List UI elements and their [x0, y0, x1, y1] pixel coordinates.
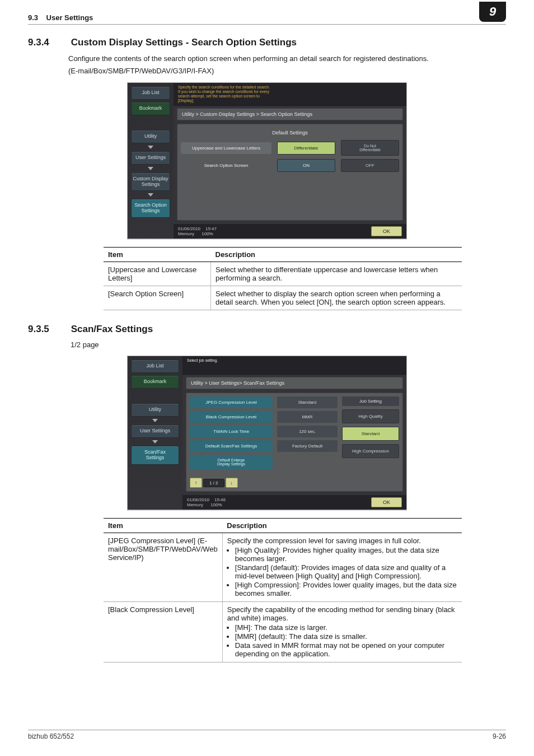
subsection-title: Custom Display Settings - Search Option … — [71, 37, 297, 48]
default-scanfax-value: Factory Default — [277, 440, 338, 452]
footer-date: 01/06/2010 — [178, 226, 200, 231]
custom-display-settings-button[interactable]: Custom Display Settings — [131, 172, 170, 192]
subsection-number: 9.3.4 — [28, 37, 68, 48]
list-item: [MH]: The data size is larger. — [235, 623, 457, 632]
twain-lock-value: 120 sec. — [277, 426, 338, 437]
footer-memory-pct: 100% — [210, 502, 222, 507]
differentiate-button[interactable]: Differentiate — [277, 142, 335, 155]
footer-memory-label: Memory — [187, 502, 203, 507]
joblist-button[interactable]: Job List — [131, 360, 179, 373]
search-option-screen-label: Search Option Screen — [181, 160, 271, 171]
subsection-heading: 9.3.5 Scan/Fax Settings — [28, 324, 506, 335]
jpeg-compression-level-button[interactable]: JPEG Compression Level — [190, 396, 273, 408]
footer-memory-label: Memory — [178, 231, 194, 236]
ok-button[interactable]: OK — [371, 226, 402, 236]
default-settings-label: Default Settings — [181, 130, 399, 136]
page-indicator: 1/2 page — [71, 340, 506, 349]
col-item: Item — [104, 519, 222, 533]
section-number: 9.3 — [28, 13, 38, 22]
page-indicator: 1 / 2 — [203, 479, 224, 487]
high-quality-button[interactable]: High Quality — [342, 409, 399, 423]
subsection-title: Scan/Fax Settings — [71, 324, 153, 334]
footer-time: 15:47 — [205, 226, 217, 231]
instruction-text: Select job setting. — [182, 356, 406, 375]
scan-fax-settings-button[interactable]: Scan/Fax Settings — [131, 446, 179, 465]
ok-button[interactable]: OK — [371, 497, 402, 507]
do-not-differentiate-button[interactable]: Do Not Differentiate — [341, 140, 399, 156]
chapter-badge: 9 — [479, 2, 506, 22]
footer-memory-pct: 100% — [202, 231, 213, 236]
col-item: Item — [104, 248, 211, 262]
utility-button[interactable]: Utility — [131, 403, 179, 417]
paragraph: Configure the contents of the search opt… — [68, 54, 506, 76]
standard-button[interactable]: Standard — [342, 427, 399, 441]
bookmark-button[interactable]: Bookmark — [131, 102, 170, 115]
twain-lock-time-button[interactable]: TWAIN Lock Time — [190, 426, 273, 437]
black-compression-level-button[interactable]: Black Compression Level — [190, 411, 273, 423]
chevron-down-icon — [152, 419, 158, 422]
page-up-button[interactable]: ↑ — [190, 478, 202, 488]
uppercase-lowercase-label: Uppercase and Lowercase Letters — [181, 142, 271, 154]
col-description: Description — [222, 519, 462, 533]
utility-button[interactable]: Utility — [131, 130, 170, 143]
screenshot-scanfax-settings: Job List Bookmark Utility User Settings … — [127, 356, 407, 510]
breadcrumb: Utility > Custom Display Settings > Sear… — [177, 108, 403, 120]
list-item: [High Compression]: Provides lower quali… — [235, 581, 457, 598]
section-title: User Settings — [46, 13, 93, 22]
jpeg-compression-value: Standard — [277, 396, 338, 408]
table-row: [Search Option Screen] Select whether to… — [104, 286, 462, 310]
bookmark-button[interactable]: Bookmark — [131, 375, 179, 389]
user-settings-button[interactable]: User Settings — [131, 424, 179, 438]
screenshot-search-option-settings: Job List Bookmark Utility User Settings … — [127, 82, 407, 239]
joblist-button[interactable]: Job List — [131, 86, 170, 100]
job-setting-title: Job Setting — [342, 396, 399, 406]
page-down-button[interactable]: ↓ — [226, 478, 238, 488]
search-option-settings-button[interactable]: Search Option Settings — [131, 199, 170, 218]
list-item: [Standard] (default): Provides images of… — [235, 563, 457, 580]
table-row: [JPEG Compression Level] (E-mail/Box/SMB… — [104, 533, 462, 602]
col-description: Description — [211, 248, 462, 262]
off-button[interactable]: OFF — [341, 159, 399, 172]
subsection-number: 9.3.5 — [28, 324, 68, 335]
user-settings-button[interactable]: User Settings — [131, 151, 170, 165]
footer-right: 9-26 — [493, 732, 506, 740]
running-header: 9.3 User Settings 9 — [28, 13, 506, 25]
table-row: [Uppercase and Lowercase Letters] Select… — [104, 262, 462, 286]
chevron-down-icon — [148, 146, 153, 149]
chevron-down-icon — [148, 193, 153, 197]
chevron-down-icon — [148, 167, 153, 170]
default-scanfax-settings-button[interactable]: Default Scan/Fax Settings — [190, 440, 273, 452]
page-footer: bizhub 652/552 9-26 — [28, 730, 506, 740]
list-item: Data saved in MMR format may not be open… — [235, 641, 457, 658]
default-enlarge-display-button[interactable]: Default Enlarge Display Settings — [190, 455, 273, 469]
table-row: [Black Compression Level] Specify the ca… — [104, 602, 462, 662]
list-item: [High Quality]: Provides higher quality … — [235, 546, 457, 563]
instruction-text: Specify the search conditions for the de… — [174, 83, 406, 106]
list-item: [MMR] (default): The data size is smalle… — [235, 632, 457, 641]
high-compression-button[interactable]: High Compression — [342, 444, 399, 458]
description-table-1: Item Description [Uppercase and Lowercas… — [104, 247, 462, 310]
breadcrumb: Utility > User Settings> Scan/Fax Settin… — [186, 377, 403, 389]
chevron-down-icon — [152, 440, 158, 444]
subsection-heading: 9.3.4 Custom Display Settings - Search O… — [28, 37, 506, 48]
footer-time: 15:48 — [214, 497, 226, 502]
description-table-2: Item Description [JPEG Compression Level… — [104, 518, 462, 662]
footer-date: 01/06/2010 — [187, 497, 209, 502]
black-compression-value: MMR — [277, 411, 338, 423]
on-button[interactable]: ON — [277, 159, 335, 172]
footer-left: bizhub 652/552 — [28, 732, 74, 740]
